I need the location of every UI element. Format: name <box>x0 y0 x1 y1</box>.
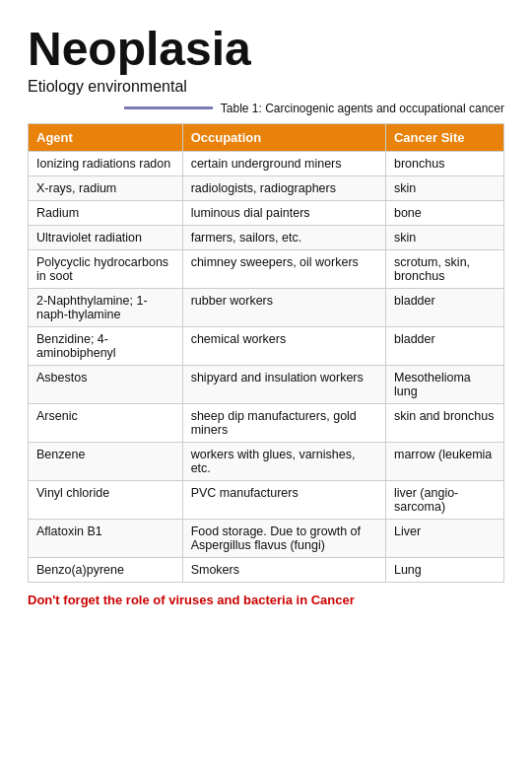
table-row: Asbestosshipyard and insulation workersM… <box>29 365 504 403</box>
cell-r4-c2: scrotum, skin, bronchus <box>385 249 503 288</box>
cell-r12-c1: Smokers <box>182 557 385 582</box>
cell-r11-c1: Food storage. Due to growth of Aspergill… <box>182 519 385 557</box>
cell-r5-c0: 2-Naphthylamine; 1-naph-thylamine <box>29 288 183 326</box>
cell-r12-c0: Benzo(a)pyrene <box>29 557 183 582</box>
table-row: Aflatoxin B1Food storage. Due to growth … <box>29 519 504 557</box>
cell-r2-c2: bone <box>385 200 503 225</box>
cell-r7-c0: Asbestos <box>29 365 183 403</box>
carcinogen-table: Agent Occupation Cancer Site Ionizing ra… <box>28 123 504 583</box>
page-subtitle: Etiology environmental <box>28 78 504 96</box>
table-row: Ionizing radiations radoncertain undergr… <box>29 151 504 175</box>
cell-r10-c2: liver (angio-sarcoma) <box>385 480 503 519</box>
cell-r10-c1: PVC manufacturers <box>182 480 385 519</box>
cell-r0-c2: bronchus <box>385 151 503 175</box>
cell-r8-c1: sheep dip manufacturers, gold miners <box>182 403 385 442</box>
cell-r3-c0: Ultraviolet radiation <box>29 225 183 249</box>
cell-r7-c2: Mesothelioma lung <box>385 365 503 403</box>
table-row: Vinyl chloridePVC manufacturersliver (an… <box>29 480 504 519</box>
cell-r11-c0: Aflatoxin B1 <box>29 519 183 557</box>
cell-r7-c1: shipyard and insulation workers <box>182 365 385 403</box>
cell-r6-c0: Benzidine; 4-aminobiphenyl <box>29 326 183 365</box>
cell-r10-c0: Vinyl chloride <box>29 480 183 519</box>
page: Neoplasia Etiology environmental Table 1… <box>0 0 532 627</box>
table-caption: Table 1: Carcinogenic agents and occupat… <box>221 102 504 115</box>
caption-line-decoration <box>124 106 213 109</box>
cell-r5-c1: rubber workers <box>182 288 385 326</box>
cell-r12-c2: Lung <box>385 557 503 582</box>
cell-r0-c0: Ionizing radiations radon <box>29 151 183 175</box>
cell-r9-c2: marrow (leukemia <box>385 442 503 480</box>
cell-r9-c0: Benzene <box>29 442 183 480</box>
table-row: Arsenicsheep dip manufacturers, gold min… <box>29 403 504 442</box>
page-title: Neoplasia <box>28 24 504 76</box>
cell-r3-c1: farmers, sailors, etc. <box>182 225 385 249</box>
table-row: 2-Naphthylamine; 1-naph-thylaminerubber … <box>29 288 504 326</box>
table-caption-bar: Table 1: Carcinogenic agents and occupat… <box>124 102 504 115</box>
cell-r4-c1: chimney sweepers, oil workers <box>182 249 385 288</box>
cell-r6-c2: bladder <box>385 326 503 365</box>
cell-r11-c2: Liver <box>385 519 503 557</box>
cell-r1-c1: radiologists, radiographers <box>182 175 385 200</box>
cell-r9-c1: workers with glues, varnishes, etc. <box>182 442 385 480</box>
cell-r6-c1: chemical workers <box>182 326 385 365</box>
table-row: Polycyclic hydrocarbons in sootchimney s… <box>29 249 504 288</box>
col-occupation: Occupation <box>182 123 385 151</box>
table-row: Benzeneworkers with glues, varnishes, et… <box>29 442 504 480</box>
table-row: Benzidine; 4-aminobiphenylchemical worke… <box>29 326 504 365</box>
table-row: Ultraviolet radiationfarmers, sailors, e… <box>29 225 504 249</box>
cell-r0-c1: certain underground miners <box>182 151 385 175</box>
cell-r8-c0: Arsenic <box>29 403 183 442</box>
cell-r5-c2: bladder <box>385 288 503 326</box>
cell-r3-c2: skin <box>385 225 503 249</box>
cell-r2-c0: Radium <box>29 200 183 225</box>
table-row: Benzo(a)pyreneSmokersLung <box>29 557 504 582</box>
cell-r2-c1: luminous dial painters <box>182 200 385 225</box>
table-header-row: Agent Occupation Cancer Site <box>29 123 504 151</box>
col-cancer-site: Cancer Site <box>385 123 503 151</box>
col-agent: Agent <box>29 123 183 151</box>
table-row: Radiumluminous dial paintersbone <box>29 200 504 225</box>
table-caption-row: Table 1: Carcinogenic agents and occupat… <box>28 102 504 115</box>
cell-r8-c2: skin and bronchus <box>385 403 503 442</box>
cell-r4-c0: Polycyclic hydrocarbons in soot <box>29 249 183 288</box>
cell-r1-c0: X-rays, radium <box>29 175 183 200</box>
table-row: X-rays, radiumradiologists, radiographer… <box>29 175 504 200</box>
footer-note: Don't forget the role of viruses and bac… <box>28 593 504 607</box>
cell-r1-c2: skin <box>385 175 503 200</box>
